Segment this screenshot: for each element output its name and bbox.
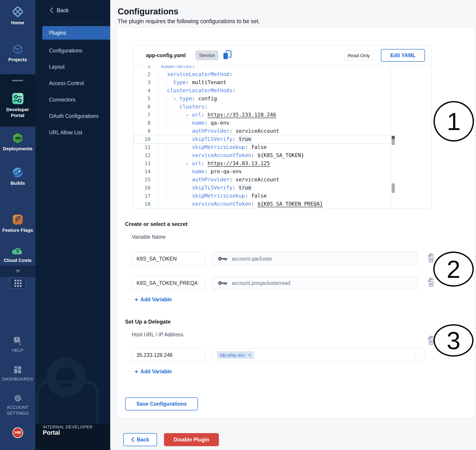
brand-title: Portal <box>43 429 60 436</box>
edit-yaml-button[interactable]: Edit YAML <box>381 49 425 62</box>
deployments-icon <box>0 132 35 144</box>
rail-item-developer-portal[interactable]: Developer Portal <box>0 92 35 118</box>
help-chat-icon: ? <box>0 336 35 346</box>
feature-flags-icon <box>0 214 35 225</box>
sidenav-item-url-allow-list[interactable]: URL Allow List <box>42 126 110 139</box>
rail-item-feature-flags[interactable]: Feature Flags <box>0 214 35 233</box>
sidenav-item-connectors[interactable]: Connectors <box>42 93 110 107</box>
module-picker-button[interactable] <box>10 278 26 289</box>
sidenav-item-oauth-configurations[interactable]: OAuth Configurations <box>42 109 110 123</box>
cloud-costs-icon: $ <box>0 246 35 256</box>
code-line: 12 serviceAccountToken: ${K8S_SA_TOKEN} <box>133 151 431 159</box>
rail-item-help[interactable]: ? HELP <box>0 336 35 353</box>
sidenav-item-access-control[interactable]: Access Control <box>42 77 110 90</box>
gear-icon <box>0 394 35 403</box>
rail-collapse-strip[interactable] <box>0 266 35 277</box>
code-line: 8 name: qa-env <box>133 119 431 127</box>
chevron-left-icon <box>131 437 134 442</box>
rail-item-label-line1: Developer <box>0 107 35 112</box>
rail-item-cloud-costs[interactable]: $ Cloud Costs <box>0 246 35 263</box>
harness-logo-icon <box>0 6 35 18</box>
back-button[interactable]: Back <box>123 433 157 446</box>
code-line: 11 skipMetricsLookup: false <box>133 143 431 151</box>
code-line: 10 skipTLSVerify: true <box>133 135 431 143</box>
sidenav-item-label: Configurations <box>49 48 82 54</box>
sidenav-item-plugins[interactable]: Plugins <box>42 26 110 40</box>
rail-item-deployments[interactable]: Deployments <box>0 132 35 152</box>
code-line: 9 authProvider: serviceAccount <box>133 127 431 135</box>
disable-plugin-button[interactable]: Disable Plugin <box>164 433 219 446</box>
variable-name-value: K8S_SA_TOKEN_PREQA <box>136 280 198 286</box>
delete-variable-icon[interactable] <box>427 278 435 288</box>
add-variable-label: Add Variable <box>140 296 172 303</box>
question-glyph: ? <box>16 338 18 341</box>
scrollbar-track <box>391 66 391 208</box>
delegate-tags-field[interactable]: idp-play-acc ✕ <box>212 348 424 362</box>
sidenav-item-label: Layout <box>49 64 65 70</box>
page-title: Configurations <box>118 7 178 16</box>
key-icon <box>218 256 228 262</box>
annotation-step-3: 3 <box>434 324 474 357</box>
code-line: 14 name: pre-qa-env <box>133 167 431 176</box>
key-icon <box>218 280 228 286</box>
developer-portal-icon <box>0 92 35 105</box>
rail-item-projects[interactable]: Projects <box>0 44 35 63</box>
code-line: 4 clusterLocatorMethods: <box>133 86 431 95</box>
rail-item-account-settings[interactable]: ACCOUNT SETTINGS <box>0 394 35 416</box>
sidenav-divider <box>42 23 107 23</box>
secret-value: account.qacluster <box>232 256 272 262</box>
app-window: Home Projects <box>0 0 476 450</box>
rail-item-label-line2: SETTINGS <box>0 410 35 416</box>
secret-select-field[interactable]: account.preqaclusterread <box>212 276 417 290</box>
rail-item-label-line1: ACCOUNT <box>0 405 35 410</box>
yaml-panel: app-config.yaml Service Read Only Edit Y… <box>133 45 432 209</box>
code-line: 2 serviceLocatorMethod: <box>133 70 431 78</box>
secret-select-field[interactable]: account.qacluster <box>212 252 417 266</box>
variable-name-label: Variable Name <box>132 234 165 240</box>
code-line: 17 skipMetricsLookup: false <box>133 192 431 200</box>
brand-eyebrow: INTERNAL DEVELOPER <box>43 425 93 430</box>
host-url-value: 35.233.128.246 <box>136 352 173 358</box>
scrollbar-thumb[interactable] <box>392 139 395 145</box>
avatar[interactable]: HM <box>12 427 23 438</box>
scrollbar-thumb[interactable] <box>392 136 395 139</box>
variable-name-input[interactable]: K8S_SA_TOKEN <box>131 252 205 266</box>
scrollbar-thumb[interactable] <box>392 183 395 193</box>
yaml-code-viewer: 1kubernetes: 2 serviceLocatorMethod: 3 t… <box>133 66 431 208</box>
sidenav-item-configurations[interactable]: Configurations <box>42 44 110 57</box>
host-url-input[interactable]: 35.233.128.246 <box>131 348 205 362</box>
rail-item-label: DASHBOARDS <box>0 376 35 382</box>
code-line: 7 - url: https://35.233.128.246 <box>133 111 431 119</box>
copy-icon[interactable] <box>222 50 232 62</box>
rail-item-label: Home <box>0 20 35 26</box>
rail-item-dashboards[interactable]: DASHBOARDS <box>0 365 35 382</box>
delete-variable-icon[interactable] <box>427 253 435 264</box>
rail-item-builds[interactable]: Builds <box>0 167 35 186</box>
host-url-label: Host URL / IP Address <box>132 332 183 338</box>
add-variable-link[interactable]: + Add Variable <box>135 296 172 303</box>
code-line: 3 type: multiTenant <box>133 78 431 86</box>
chevron-left-icon <box>49 7 53 13</box>
variable-name-input[interactable]: K8S_SA_TOKEN_PREQA <box>131 276 205 290</box>
plus-icon: + <box>135 297 138 302</box>
sidenav-item-layout[interactable]: Layout <box>42 60 110 74</box>
secret-value: account.preqaclusterread <box>232 280 290 286</box>
yaml-filename: app-config.yaml <box>146 45 186 65</box>
plugin-sidenav: Back Plugins Configurations Layout Acces… <box>35 0 110 450</box>
secrets-heading: Create or select a secret <box>125 221 188 227</box>
rail-item-label: Builds <box>0 180 35 186</box>
remove-tag-icon[interactable]: ✕ <box>248 353 251 357</box>
rail-item-home[interactable]: Home <box>0 6 35 26</box>
field-divider <box>415 349 415 361</box>
rail-item-label: Feature Flags <box>0 227 35 233</box>
code-line: 18 serviceAccountToken: ${K8S_SA_TOKEN_P… <box>133 200 431 208</box>
brand-band: INTERNAL DEVELOPER Portal <box>35 424 110 450</box>
module-rail: Home Projects <box>0 0 35 450</box>
save-configurations-button[interactable]: Save Configurations <box>125 397 198 410</box>
add-variable-link[interactable]: + Add Variable <box>135 368 172 375</box>
code-line: 16 skipTLSVerify: true <box>133 184 431 192</box>
back-nav[interactable]: Back <box>49 7 69 13</box>
rail-item-label-line2: Portal <box>0 112 35 118</box>
delegate-tag-label: idp-play-acc <box>220 352 245 358</box>
builds-icon <box>0 167 35 178</box>
